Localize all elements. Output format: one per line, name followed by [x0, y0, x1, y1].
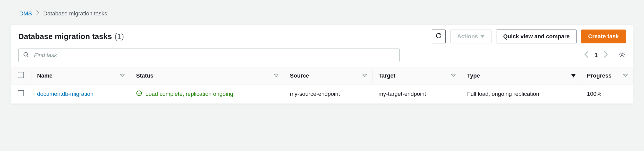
panel-header: Database migration tasks (1) Actions Qui…: [11, 25, 633, 46]
column-label: Type: [467, 72, 480, 79]
page-title: Database migration tasks: [18, 32, 112, 41]
create-task-button[interactable]: Create task: [581, 30, 626, 43]
pagination: 1: [584, 51, 608, 59]
sort-icon: [362, 74, 367, 77]
quick-view-compare-button[interactable]: Quick view and compare: [496, 30, 577, 43]
actions-dropdown-button[interactable]: Actions: [450, 30, 492, 43]
row-checkbox[interactable]: [18, 90, 24, 96]
svg-point-6: [140, 93, 141, 93]
sort-active-icon: [571, 74, 576, 78]
column-header-progress[interactable]: Progress: [581, 67, 633, 84]
gear-icon: [618, 55, 626, 59]
column-header-name[interactable]: Name: [31, 67, 130, 84]
refresh-icon: [435, 32, 442, 41]
breadcrumb-current: Database migration tasks: [43, 10, 107, 17]
column-label: Status: [136, 72, 153, 79]
type-cell: Full load, ongoing replication: [461, 84, 581, 104]
svg-point-5: [139, 93, 140, 93]
svg-line-1: [27, 56, 28, 57]
filter-row: 1: [11, 46, 633, 67]
sort-icon: [451, 74, 456, 77]
column-header-status[interactable]: Status: [130, 67, 284, 84]
status-badge: Load complete, replication ongoing: [136, 90, 278, 98]
task-name-link[interactable]: documentdb-migration: [37, 91, 94, 97]
sort-icon: [274, 74, 278, 77]
prev-page-button[interactable]: [584, 51, 588, 59]
search-icon: [23, 52, 29, 59]
column-label: Target: [378, 72, 395, 79]
column-label: Progress: [587, 72, 612, 79]
breadcrumb-root-link[interactable]: DMS: [19, 10, 32, 17]
column-header-type[interactable]: Type: [461, 67, 581, 84]
item-count: (1): [114, 32, 124, 41]
sort-icon: [120, 74, 125, 77]
sort-icon: [623, 74, 628, 77]
actions-label: Actions: [457, 33, 478, 40]
search-input[interactable]: [18, 49, 400, 62]
tasks-table: Name Status Source: [11, 67, 633, 104]
select-all-checkbox[interactable]: [18, 72, 24, 78]
svg-point-2: [621, 54, 623, 55]
svg-point-4: [138, 93, 139, 93]
source-cell: my-source-endpoint: [284, 84, 373, 104]
column-label: Name: [37, 72, 53, 79]
progress-cell: 100%: [581, 84, 633, 104]
column-label: Source: [290, 72, 309, 79]
target-cell: my-target-endpoint: [373, 84, 461, 104]
status-text: Load complete, replication ongoing: [145, 91, 233, 97]
status-success-icon: [136, 90, 142, 98]
page-number: 1: [595, 52, 598, 59]
settings-button[interactable]: [618, 51, 626, 59]
divider: [613, 50, 613, 60]
next-page-button[interactable]: [604, 51, 608, 59]
breadcrumb: DMS Database migration tasks: [19, 10, 634, 17]
caret-down-icon: [480, 35, 485, 38]
tasks-panel: Database migration tasks (1) Actions Qui…: [10, 25, 634, 104]
table-row: documentdb-migration Load complete,: [11, 84, 633, 104]
chevron-right-icon: [36, 10, 39, 17]
column-header-target[interactable]: Target: [373, 67, 461, 84]
column-header-source[interactable]: Source: [284, 67, 373, 84]
refresh-button[interactable]: [432, 30, 446, 43]
